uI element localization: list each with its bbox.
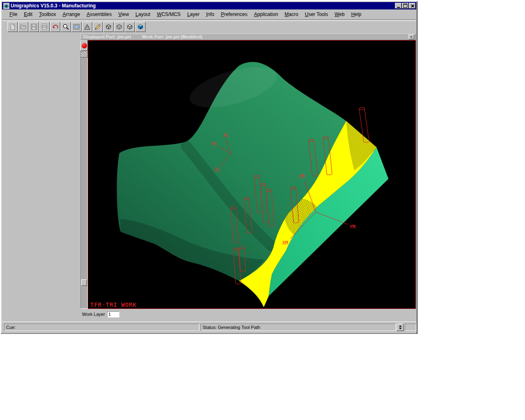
toolbar-wireframe-view-button[interactable]: [103, 22, 114, 32]
fit-view-icon: [73, 23, 80, 30]
window-controls: [395, 3, 415, 9]
menu-item-application[interactable]: Application: [251, 10, 281, 18]
wireframe-view-icon: [105, 23, 112, 30]
print-icon: [41, 23, 48, 30]
app-logo-icon: [3, 3, 9, 9]
status-bar: Cue: Status: Generating Tool Path: [2, 322, 416, 333]
scroll-up-icon: [399, 325, 402, 327]
menu-item-view[interactable]: View: [115, 10, 132, 18]
graphics-body: XC YC ZC ZM YM XM TFR-TRI WORK: [80, 40, 416, 309]
solid-view-icon: [126, 23, 133, 30]
undo-icon: [52, 23, 59, 30]
status-field: Status: Generating Tool Path: [201, 324, 396, 331]
displayed-part-label: Displayed Part: jim.prt: [83, 34, 131, 39]
strip-scrollbar-thumb[interactable]: [81, 279, 87, 286]
minimize-icon: [397, 7, 400, 8]
viewport-3d[interactable]: XC YC ZC ZM YM XM TFR-TRI WORK: [88, 40, 416, 309]
open-icon: [20, 23, 27, 30]
menu-item-toolbox[interactable]: Toolbox: [36, 10, 59, 18]
window-title: Unigraphics V15.0.3 - Manufacturing: [11, 3, 395, 9]
menu-item-layer[interactable]: Layer: [184, 10, 203, 18]
mcs-xm-label: XM: [282, 240, 288, 246]
drafting-icon: [94, 23, 101, 30]
graphics-header[interactable]: Displayed Part: jim.prt Work Part: jim.p…: [80, 34, 416, 40]
toolbar-measure-button[interactable]: [82, 22, 92, 32]
toolbar-solid-view-button[interactable]: [125, 22, 135, 32]
shaded-view-icon: [137, 23, 144, 30]
view-annotation: TFR-TRI WORK: [90, 301, 137, 308]
menu-item-wcs-mcs[interactable]: WCS/MCS: [153, 10, 184, 18]
menu-item-help[interactable]: Help: [348, 10, 365, 18]
titlebar[interactable]: Unigraphics V15.0.3 - Manufacturing: [2, 2, 416, 9]
wcs-yc-label: YC: [211, 141, 217, 147]
menu-item-layout[interactable]: Layout: [132, 10, 153, 18]
hidden-line-view-icon: [116, 23, 123, 30]
zoom-icon: [62, 23, 69, 30]
toolbar-hidden-line-view-button[interactable]: [114, 22, 124, 32]
minimize-button[interactable]: [395, 3, 402, 9]
toolbar-new-button[interactable]: [7, 22, 18, 32]
work-layer-row: Work Layer: [82, 310, 119, 318]
toolbar-save-button[interactable]: [29, 22, 39, 32]
menu-item-arrange[interactable]: Arrange: [59, 10, 83, 18]
mcs-zm-label: ZM: [299, 173, 304, 179]
cue-label: Cue:: [6, 325, 16, 330]
graphics-window: Displayed Part: jim.prt Work Part: jim.p…: [80, 34, 416, 309]
mcs-ym-label: YM: [349, 224, 355, 230]
status-text: Status: Generating Tool Path: [203, 325, 260, 330]
interrupt-button[interactable]: [80, 40, 88, 51]
work-layer-label: Work Layer: [82, 312, 105, 317]
status-filler: [405, 324, 416, 331]
menu-item-preferences[interactable]: Preferences: [217, 10, 251, 18]
close-button[interactable]: [409, 3, 415, 9]
menu-item-edit[interactable]: Edit: [21, 10, 36, 18]
menu-item-file[interactable]: File: [6, 10, 21, 18]
toolbar-undo-button[interactable]: [50, 22, 60, 32]
strip-scrollbar[interactable]: [80, 57, 88, 309]
save-icon: [30, 23, 37, 30]
toolbar-zoom-button[interactable]: [61, 22, 71, 32]
wcs-xc-label: XC: [223, 132, 229, 138]
measure-icon: [84, 23, 91, 30]
maximize-button[interactable]: [402, 3, 409, 9]
app-window: Unigraphics V15.0.3 - Manufacturing File…: [1, 1, 418, 334]
work-layer-input[interactable]: [107, 311, 119, 317]
menubar: FileEditToolboxArrangeAssembliesViewLayo…: [2, 9, 416, 19]
wcs-zc-label: ZC: [214, 167, 220, 173]
graphics-close-button[interactable]: ×: [409, 34, 414, 39]
status-scroll-control[interactable]: [397, 324, 404, 331]
menu-item-macro[interactable]: Macro: [281, 10, 301, 18]
toolbar-fit-view-button[interactable]: [71, 22, 82, 32]
toolbar-open-button[interactable]: [18, 22, 28, 32]
menu-item-user-tools[interactable]: User Tools: [301, 10, 331, 18]
toolbar-drafting-button[interactable]: [93, 22, 103, 32]
toolbar: [2, 21, 416, 33]
close-icon: [411, 4, 414, 8]
work-part-label: Work Part: jim.prt (Modified): [142, 34, 203, 39]
toolbar-shaded-view-button[interactable]: [135, 22, 146, 32]
toolbar-print-button[interactable]: [39, 22, 50, 32]
menu-item-web[interactable]: Web: [331, 10, 348, 18]
menu-item-info[interactable]: Info: [203, 10, 217, 18]
interrupt-strip: [80, 40, 88, 309]
menu-item-assemblies[interactable]: Assemblies: [83, 10, 115, 18]
scroll-down-icon: [399, 328, 402, 329]
cue-field: Cue:: [4, 324, 199, 331]
new-icon: [9, 23, 16, 30]
strip-grip: [80, 51, 88, 57]
stop-light-icon: [82, 43, 87, 48]
maximize-icon: [403, 4, 407, 8]
